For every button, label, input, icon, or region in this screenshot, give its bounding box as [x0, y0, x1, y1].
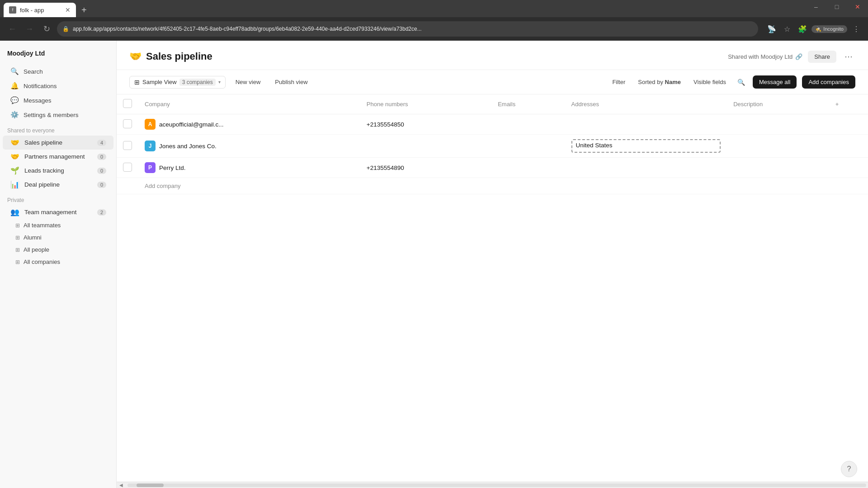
- add-company-label[interactable]: Add company: [138, 178, 868, 194]
- row-3-description-cell[interactable]: [727, 158, 829, 178]
- row-2-checkbox-cell[interactable]: [117, 135, 138, 158]
- sidebar-logo: Moodjoy Ltd: [0, 46, 116, 64]
- company-column-header[interactable]: Company: [138, 94, 305, 114]
- scroll-track[interactable]: [127, 483, 866, 487]
- sidebar-sub-item-all-companies[interactable]: ⊞ All companies: [3, 256, 113, 268]
- incognito-badge: 🕵️ Incognito: [811, 25, 847, 33]
- sidebar-sub-item-alumni[interactable]: ⊞ Alumni: [3, 231, 113, 244]
- header-checkbox[interactable]: [123, 99, 132, 108]
- sidebar-sub-label-companies: All companies: [24, 258, 60, 265]
- page-title-area: 🤝 Sales pipeline: [129, 51, 212, 62]
- minimize-button[interactable]: –: [806, 0, 826, 14]
- new-tab-button[interactable]: +: [78, 3, 90, 17]
- help-button[interactable]: ?: [841, 461, 857, 477]
- scroll-thumb[interactable]: [137, 483, 164, 487]
- row-1-email-cell[interactable]: [491, 114, 565, 135]
- emails-column-header[interactable]: Emails: [491, 94, 565, 114]
- forward-button[interactable]: →: [23, 22, 36, 36]
- grid-icon-companies: ⊞: [15, 259, 20, 265]
- sidebar-item-settings[interactable]: ⚙️ Settings & members: [3, 108, 113, 122]
- row-3-address-cell[interactable]: [565, 158, 727, 178]
- back-button[interactable]: ←: [5, 22, 19, 36]
- new-view-button[interactable]: New view: [231, 76, 265, 88]
- sidebar-item-label-messages: Messages: [24, 97, 52, 104]
- browser-tab[interactable]: f folk - app ✕: [4, 3, 76, 17]
- sidebar-sub-item-all-teammates[interactable]: ⊞ All teammates: [3, 219, 113, 231]
- row-2-company-cell[interactable]: J Jones and Jones Co.: [138, 135, 360, 158]
- phone-column-header[interactable]: Phone numbers: [360, 94, 491, 114]
- sidebar-group-label-deal: Deal pipeline: [24, 181, 60, 188]
- row-1-checkbox[interactable]: [123, 119, 132, 128]
- add-column-button[interactable]: +: [829, 94, 868, 114]
- row-3-company-cell[interactable]: P Perry Ltd.: [138, 158, 360, 178]
- sidebar-group-label-sales-pipeline: Sales pipeline: [24, 139, 62, 146]
- row-2-description-cell[interactable]: [727, 135, 829, 158]
- sidebar-item-notifications[interactable]: 🔔 Notifications: [3, 79, 113, 93]
- sidebar-sub-item-all-people[interactable]: ⊞ All people: [3, 244, 113, 256]
- extra-column-header: [305, 94, 360, 114]
- row-1-company-cell[interactable]: A aceupofficial@gmail.c...: [138, 114, 360, 135]
- share-button[interactable]: Share: [808, 51, 836, 63]
- sidebar-item-messages[interactable]: 💬 Messages: [3, 93, 113, 108]
- message-all-button[interactable]: Message all: [753, 75, 797, 89]
- row-2-phone-cell[interactable]: [360, 135, 491, 158]
- scroll-left-button[interactable]: ◀: [117, 483, 126, 488]
- visible-fields-button[interactable]: Visible fields: [690, 76, 730, 88]
- row-1-extra-cell: [829, 114, 868, 135]
- row-3-avatar: P: [145, 162, 156, 173]
- private-section-label: Private: [0, 192, 116, 205]
- add-companies-button[interactable]: Add companies: [802, 75, 855, 89]
- bell-icon: 🔔: [10, 82, 19, 90]
- sidebar-item-team-management[interactable]: 👥 Team management 2: [3, 205, 113, 219]
- extension-icon[interactable]: 🧩: [796, 23, 809, 35]
- row-1-checkbox-cell[interactable]: [117, 114, 138, 135]
- row-3-email-cell[interactable]: [491, 158, 565, 178]
- row-2-email-cell[interactable]: [491, 135, 565, 158]
- reload-button[interactable]: ↻: [40, 22, 53, 36]
- bookmark-icon[interactable]: ☆: [781, 23, 793, 35]
- addresses-column-header[interactable]: Addresses: [565, 94, 727, 114]
- shared-with-text: Shared with Moodjoy Ltd: [728, 53, 793, 60]
- row-2-checkbox[interactable]: [123, 141, 132, 150]
- tab-close-icon[interactable]: ✕: [65, 6, 71, 14]
- maximize-button[interactable]: □: [826, 0, 847, 14]
- row-2-address-cell[interactable]: United States: [565, 135, 727, 158]
- bottom-scrollbar[interactable]: ◀: [117, 482, 868, 488]
- view-selector[interactable]: ⊞ Sample View 3 companies ▾: [129, 76, 226, 89]
- row-3-checkbox[interactable]: [123, 163, 132, 172]
- address-highlighted-cell[interactable]: United States: [571, 139, 721, 153]
- search-button[interactable]: 🔍: [735, 76, 747, 88]
- menu-icon[interactable]: ⋮: [850, 23, 863, 35]
- phone-column-label: Phone numbers: [367, 101, 408, 108]
- description-column-header[interactable]: Description: [727, 94, 829, 114]
- leads-count: 0: [97, 168, 106, 174]
- close-button[interactable]: ✕: [847, 0, 868, 14]
- company-column-label: Company: [145, 101, 170, 108]
- row-1-address-cell[interactable]: [565, 114, 727, 135]
- sort-button[interactable]: Sorted by Name: [634, 76, 684, 88]
- sidebar-sub-label-alumni: Alumni: [24, 234, 42, 241]
- sidebar-item-deal-pipeline[interactable]: 📊 Deal pipeline 0: [3, 178, 113, 192]
- publish-view-button[interactable]: Publish view: [270, 76, 312, 88]
- row-2-address-value: United States: [576, 142, 613, 149]
- row-3-checkbox-cell[interactable]: [117, 158, 138, 178]
- table-row: J Jones and Jones Co. United States: [117, 135, 868, 158]
- cast-icon[interactable]: 📡: [765, 23, 778, 35]
- sidebar-item-leads-tracking[interactable]: 🌱 Leads tracking 0: [3, 164, 113, 178]
- main-content: 🤝 Sales pipeline Shared with Moodjoy Ltd…: [117, 41, 868, 488]
- add-company-row[interactable]: Add company: [117, 178, 868, 194]
- sidebar-sub-label-people: All people: [24, 246, 49, 253]
- sidebar-item-partners-management[interactable]: 🤝 Partners management 0: [3, 150, 113, 164]
- sidebar-item-search[interactable]: 🔍 Search: [3, 64, 113, 79]
- row-3-phone-cell[interactable]: +2135554890: [360, 158, 491, 178]
- filter-button[interactable]: Filter: [609, 76, 629, 88]
- row-1-description-cell[interactable]: [727, 114, 829, 135]
- more-options-button[interactable]: ⋯: [842, 50, 855, 63]
- sort-prefix: Sorted by: [638, 79, 665, 85]
- address-bar[interactable]: 🔒 app.folk.app/apps/contacts/network/4f6…: [57, 21, 758, 37]
- row-2-company-name: Jones and Jones Co.: [159, 143, 217, 150]
- tab-title: folk - app: [20, 7, 44, 14]
- row-1-phone-cell[interactable]: +2135554850: [360, 114, 491, 135]
- chevron-down-icon: ▾: [218, 80, 221, 84]
- sidebar-item-sales-pipeline[interactable]: 🤝 Sales pipeline 4: [3, 136, 113, 150]
